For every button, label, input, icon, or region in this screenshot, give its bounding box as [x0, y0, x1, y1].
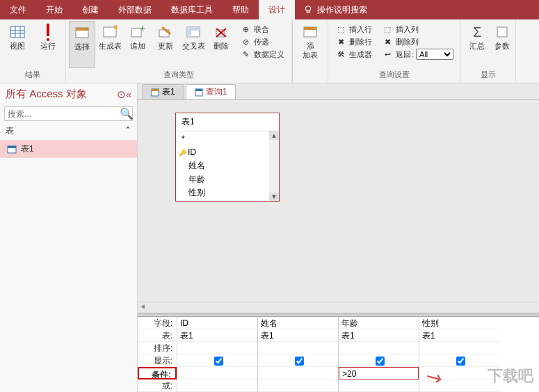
cell-or[interactable] — [177, 379, 257, 392]
passthrough-label: 传递 — [254, 37, 269, 47]
field-star[interactable]: * — [182, 133, 269, 146]
add-table-label: 添 加表 — [303, 42, 318, 60]
nav-section-tables[interactable]: 表 ⌃ — [0, 122, 137, 140]
cell-criteria[interactable]: >20 — [339, 367, 419, 379]
nav-search-input[interactable] — [5, 108, 120, 120]
cell-sort[interactable] — [177, 342, 257, 354]
nav-item-table1[interactable]: 表1 — [0, 140, 137, 158]
cell-show[interactable] — [419, 354, 499, 367]
doc-tab-query1[interactable]: 查询1 — [186, 84, 236, 99]
show-checkbox[interactable] — [376, 357, 385, 366]
delete-row-icon: ✖ — [335, 36, 346, 47]
cell-or[interactable] — [419, 379, 499, 392]
select-query-label: 选择 — [74, 42, 90, 51]
chevron-left-icon[interactable]: ⊙« — [117, 88, 131, 101]
delete-col-button[interactable]: ✖删除列 — [382, 36, 453, 47]
menu-tab-help[interactable]: 帮助 — [223, 0, 259, 19]
insert-col-button[interactable]: ⬚插入列 — [382, 24, 453, 35]
show-checkbox[interactable] — [456, 357, 465, 366]
cell-sort[interactable] — [419, 342, 499, 354]
field-id[interactable]: ID — [188, 146, 269, 159]
delete-row-label: 删除行 — [349, 37, 372, 47]
field-address[interactable]: 地址 — [188, 199, 269, 201]
qbe-column[interactable]: ID表1 — [177, 317, 257, 392]
cell-field[interactable]: ID — [177, 317, 257, 329]
svg-rect-29 — [152, 89, 159, 91]
cell-show[interactable] — [258, 354, 338, 367]
menu-tab-dbtools[interactable]: 数据库工具 — [161, 0, 223, 19]
passthrough-button[interactable]: ⊘传递 — [240, 36, 284, 47]
scroll-up-button[interactable]: ▲ — [269, 131, 279, 140]
menu-tab-design[interactable]: 设计 — [259, 0, 295, 19]
field-name[interactable]: 姓名 — [188, 159, 269, 172]
cell-sort[interactable] — [339, 342, 419, 354]
cell-field[interactable]: 年龄 — [339, 317, 419, 329]
crosstab-icon — [185, 24, 202, 40]
update-button[interactable]: 更新 — [152, 21, 179, 68]
show-checkbox[interactable] — [214, 357, 223, 366]
table-field-list[interactable]: 表1 ▲ * ID 姓名 年龄 性别 地址 ▼ — [175, 113, 280, 202]
cell-criteria[interactable] — [258, 367, 338, 379]
view-button[interactable]: 视图 — [3, 21, 32, 68]
field-list[interactable]: * ID 姓名 年龄 性别 地址 — [176, 131, 279, 201]
datadef-button[interactable]: ✎数据定义 — [240, 49, 284, 60]
add-table-button[interactable]: 添 加表 — [296, 21, 325, 79]
tell-me-search[interactable]: 操作说明搜索 — [303, 4, 367, 16]
maketable-button[interactable]: ✱ 生成表 — [97, 21, 123, 68]
union-button[interactable]: ⊕联合 — [240, 24, 284, 35]
svg-rect-10 — [76, 28, 88, 31]
show-checkbox[interactable] — [295, 357, 304, 366]
qbe-column[interactable]: 年龄表1>20 — [338, 317, 419, 392]
cell-field[interactable]: 姓名 — [258, 317, 338, 329]
cell-table[interactable]: 表1 — [258, 329, 338, 342]
cell-table[interactable]: 表1 — [177, 329, 257, 342]
field-gender[interactable]: 性别 — [188, 186, 269, 199]
builder-label: 生成器 — [349, 49, 372, 60]
append-icon: + — [129, 24, 146, 40]
qbe-column[interactable]: 姓名表1 — [257, 317, 338, 392]
search-icon[interactable]: 🔍 — [120, 107, 132, 120]
delete-row-button[interactable]: ✖删除行 — [335, 36, 372, 47]
delete-query-button[interactable]: 删除 — [208, 21, 234, 68]
cell-or[interactable] — [339, 379, 419, 392]
cell-show[interactable] — [339, 354, 419, 367]
run-button[interactable]: 运行 — [33, 21, 63, 68]
insert-row-button[interactable]: ⬚插入行 — [335, 24, 372, 35]
nav-search[interactable]: 🔍 — [4, 106, 133, 121]
cell-table[interactable]: 表1 — [419, 329, 499, 342]
cell-show[interactable] — [177, 354, 257, 367]
params-button[interactable]: 参数 — [492, 21, 513, 68]
label-criteria: 条件: — [138, 367, 177, 379]
svg-text:+: + — [140, 24, 145, 33]
menu-tab-create[interactable]: 创建 — [72, 0, 108, 19]
cell-sort[interactable] — [258, 342, 338, 354]
doc-tab-table1[interactable]: 表1 — [142, 84, 184, 99]
return-select[interactable]: All — [416, 49, 453, 60]
builder-button[interactable]: 🛠生成器 — [335, 49, 372, 60]
crosstab-button[interactable]: 交叉表 — [180, 21, 207, 68]
field-age[interactable]: 年龄 — [188, 173, 269, 186]
totals-button[interactable]: Σ 汇总 — [464, 21, 490, 68]
menu-tab-file[interactable]: 文件 — [0, 0, 36, 19]
insert-row-label: 插入行 — [349, 24, 372, 35]
passthrough-icon: ⊘ — [240, 36, 251, 47]
scroll-down-button[interactable]: ▼ — [269, 193, 279, 201]
cell-table[interactable]: 表1 — [339, 329, 419, 342]
horizontal-scrollbar[interactable] — [138, 302, 539, 313]
cell-or[interactable] — [258, 379, 338, 392]
qbe-column[interactable]: 性别表1 — [419, 317, 499, 392]
append-button[interactable]: + 追加 — [124, 21, 151, 68]
svg-rect-2 — [10, 26, 24, 38]
qbe-row-labels: 字段: 表: 排序: 显示: 条件: 或: — [138, 317, 177, 392]
cell-criteria[interactable] — [177, 367, 257, 379]
nav-header[interactable]: 所有 Access 对象 ⊙« — [0, 83, 137, 105]
menu-tab-external[interactable]: 外部数据 — [108, 0, 161, 19]
cell-criteria[interactable] — [419, 367, 499, 379]
view-label: 视图 — [10, 42, 25, 51]
design-canvas[interactable]: 表1 ▲ * ID 姓名 年龄 性别 地址 ▼ — [138, 100, 539, 302]
menu-tab-home[interactable]: 开始 — [36, 0, 72, 19]
svg-point-8 — [47, 38, 49, 41]
return-label: 返回: — [396, 49, 413, 60]
cell-field[interactable]: 性别 — [419, 317, 499, 329]
select-query-button[interactable]: 选择 — [69, 21, 95, 68]
